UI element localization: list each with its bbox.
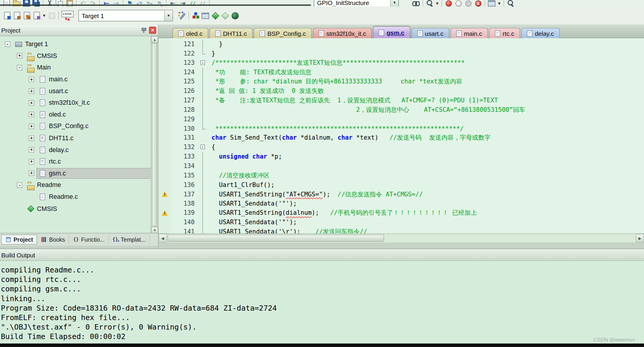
tree-expander-icon[interactable]: + [29,135,34,141]
find-dropdown-icon[interactable] [435,0,440,7]
breakpoint-margin[interactable] [158,218,171,227]
tree-item-main[interactable]: -Main [0,62,151,74]
bookmark-toggle-icon[interactable] [125,0,135,7]
code-line[interactable]: 138 USART1_Senddata('"'); [158,199,644,209]
breakpoint-margin[interactable] [158,58,171,68]
pack-installer-icon[interactable] [220,11,230,20]
breakpoint-margin[interactable] [158,39,171,49]
tree-item-cmsis[interactable]: CMSIS [0,203,151,214]
document-tab-gsm-c[interactable]: gsm.c [373,26,410,39]
disable-all-breakpoints-icon[interactable] [463,0,473,7]
breakpoint-margin[interactable] [158,77,171,86]
document-tab-bsp-config-c[interactable]: BSP_Config.c [254,28,312,38]
code-line[interactable]: 136 Uart1_ClrBuf(); [158,180,644,190]
breakpoint-margin[interactable] [158,199,171,209]
translate-file-icon[interactable] [2,11,12,20]
tree-item-gsm-c[interactable]: +gsm.c [0,167,151,179]
download-to-flash-icon[interactable]: LOAD ▼▲ [60,9,74,22]
tree-expander-icon[interactable]: - [17,183,22,188]
code-line[interactable]: 129 [158,114,644,124]
save-icon[interactable] [21,0,31,7]
search-icon[interactable] [506,0,515,7]
code-line[interactable]: 139 USART1_SendString(dialnum); //手机号码的引… [158,208,644,218]
manage-components-icon[interactable] [191,11,200,20]
code-line[interactable]: 127 *备 注:发送TEXT短信息 之前应该先 1，设置短消息模式 AT+CM… [158,96,644,105]
batch-build-dropdown-icon[interactable] [41,11,47,20]
breakpoint-margin[interactable] [158,171,171,180]
breakpoint-margin[interactable] [158,162,171,171]
tree-item-cmsis[interactable]: +CMSIS [0,50,151,62]
document-tab-delay-c[interactable]: delay.c [521,28,560,38]
tree-item-usart-c[interactable]: +usart.c [0,85,151,97]
code-line[interactable]: 135 //清空接收缓冲区 [158,171,644,180]
code-line[interactable]: 137 USART1_SendString("AT+CMGS="); //信息发… [158,190,644,199]
breakpoint-margin[interactable] [158,49,171,58]
open-file-icon[interactable] [12,0,21,7]
code-line[interactable]: 133 unsigned char *p; [158,152,644,162]
save-all-icon[interactable] [31,0,41,7]
breakpoint-margin[interactable] [158,68,171,77]
debug-windows-icon[interactable] [487,0,496,7]
options-for-target-icon[interactable] [177,11,187,20]
breakpoint-margin[interactable] [158,105,171,114]
uncomment-selection-icon[interactable] [198,0,207,7]
code-line[interactable]: 130 ************************************… [158,124,644,133]
document-tab-rtc-c[interactable]: rtc.c [489,28,520,38]
enable-disable-breakpoint-icon[interactable] [453,0,463,7]
cut-icon[interactable] [45,0,54,7]
breakpoint-margin[interactable] [158,124,171,133]
navigate-back-icon[interactable] [101,0,111,7]
tree-expander-icon[interactable]: + [29,77,34,82]
tree-expander-icon[interactable]: + [29,159,34,164]
combobox-dropdown-icon[interactable]: ▼ [390,0,399,7]
kill-all-breakpoints-icon[interactable] [473,0,483,7]
breakpoint-margin[interactable] [158,86,171,96]
tree-expander-icon[interactable]: + [29,112,34,117]
fold-collapse-icon[interactable]: - [200,145,205,149]
workspace-tab-functio[interactable]: Functio... [69,235,109,244]
fold-collapse-icon[interactable]: - [200,60,205,65]
code-line[interactable]: 134 [158,162,644,171]
project-tree-scrollbar[interactable]: ▲ ▼ [151,36,158,233]
manage-books-icon[interactable] [230,11,240,20]
code-line[interactable]: 122} [158,49,644,58]
manage-layout-icon[interactable] [200,11,210,20]
combobox-dropdown-icon[interactable]: ▼ [164,10,173,21]
target-combobox[interactable]: Target 1 ▼ [78,10,173,21]
breakpoint-margin[interactable] [158,152,171,162]
document-tab-main-c[interactable]: main.c [450,28,488,38]
tree-item-readme[interactable]: -Readme [0,179,151,191]
tree-item-main-c[interactable]: +main.c [0,73,151,85]
tree-expander-icon[interactable]: + [29,88,34,94]
breakpoint-margin[interactable] [158,133,171,143]
breakpoint-margin[interactable] [158,96,171,105]
indent-icon[interactable] [178,0,187,7]
software-packs-icon[interactable] [210,11,220,20]
tree-item-rtc-c[interactable]: +rtc.c [0,156,151,167]
tree-item-stm32f10x-it-c[interactable]: +stm32f10x_it.c [0,97,151,109]
document-tab-usart-c[interactable]: usart.c [411,28,449,38]
debug-windows-dropdown-icon[interactable] [496,0,502,7]
code-line[interactable]: 123-/**********************发送TEXT短信息****… [158,58,644,68]
tree-expander-icon[interactable]: + [29,171,34,176]
tree-item-target-1[interactable]: -Target 1 [0,38,151,50]
breakpoint-margin[interactable] [158,143,171,152]
scroll-right-button[interactable]: ▶ [636,234,644,242]
code-line[interactable]: 124 *功 能: TEXT模式发送短信息 [158,68,644,77]
document-tab-stm32f10x-it-c[interactable]: stm32f10x_it.c [313,28,372,38]
close-panel-button[interactable]: × [149,27,156,34]
code-line[interactable]: 121 } [158,39,644,49]
build-output-panel[interactable]: compiling Readme.c...compiling rtc.c...c… [0,261,644,343]
tree-expander-icon[interactable]: + [29,124,34,129]
tree-expander-icon[interactable]: - [5,41,10,47]
dock-pin-icon[interactable] [140,27,147,33]
tree-expander-icon[interactable]: + [29,100,34,106]
rebuild-all-icon[interactable] [22,11,32,20]
project-tree[interactable]: -Target 1+CMSIS-Main+main.c+usart.c+stm3… [0,36,151,235]
tree-item-readme-c[interactable]: Readme.c [0,191,151,203]
workspace-tab-templat[interactable]: Templat... [109,235,150,244]
code-line[interactable]: 126 *返 回 值: 1 发送成功 0 发送失败 [158,86,644,96]
new-file-icon[interactable] [2,0,12,7]
editor-horizontal-scrollbar[interactable]: ◀ ▶ [158,233,644,243]
workspace-tab-project[interactable]: Project [1,235,37,244]
